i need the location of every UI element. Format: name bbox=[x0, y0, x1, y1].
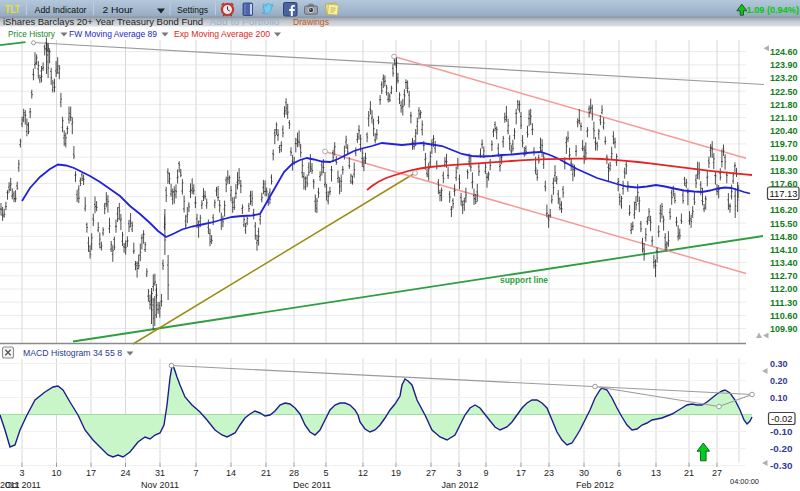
svg-text:19: 19 bbox=[391, 468, 401, 478]
svg-text:0.30: 0.30 bbox=[770, 358, 788, 369]
svg-text:17: 17 bbox=[86, 468, 96, 478]
svg-text:119.70: 119.70 bbox=[770, 138, 798, 149]
svg-text:113.40: 113.40 bbox=[770, 257, 798, 268]
svg-text:111.30: 111.30 bbox=[770, 297, 798, 308]
svg-text:28: 28 bbox=[289, 468, 299, 478]
svg-text:Add to Portfolio: Add to Portfolio bbox=[210, 17, 280, 27]
svg-text:23: 23 bbox=[544, 468, 554, 478]
svg-text:Settings: Settings bbox=[177, 4, 208, 15]
svg-text:0.20: 0.20 bbox=[770, 375, 788, 386]
svg-text:1.09 (0.94%): 1.09 (0.94%) bbox=[747, 4, 800, 15]
svg-text:17: 17 bbox=[516, 468, 526, 478]
svg-text:04:00:00: 04:00:00 bbox=[730, 477, 759, 486]
svg-text:117.13: 117.13 bbox=[770, 188, 798, 199]
svg-text:27: 27 bbox=[426, 468, 436, 478]
svg-text:6: 6 bbox=[616, 468, 621, 478]
svg-text:-0.10: -0.10 bbox=[770, 426, 793, 437]
svg-text:3: 3 bbox=[456, 468, 461, 478]
svg-text:-0.30: -0.30 bbox=[770, 460, 793, 471]
svg-text:13: 13 bbox=[651, 468, 661, 478]
svg-text:3: 3 bbox=[19, 468, 24, 478]
svg-text:116.20: 116.20 bbox=[770, 204, 798, 215]
svg-text:115.50: 115.50 bbox=[770, 218, 798, 229]
svg-text:5: 5 bbox=[323, 468, 328, 478]
svg-text:14: 14 bbox=[226, 468, 236, 478]
svg-text:9: 9 bbox=[483, 468, 488, 478]
svg-text:21: 21 bbox=[684, 468, 694, 478]
svg-text:Jan 2012: Jan 2012 bbox=[441, 480, 478, 490]
svg-text:121.10: 121.10 bbox=[770, 112, 798, 123]
svg-text:124.60: 124.60 bbox=[770, 46, 798, 57]
svg-text:0.10: 0.10 bbox=[770, 392, 788, 403]
svg-text:30: 30 bbox=[579, 468, 589, 478]
svg-text:FW Moving Average 89: FW Moving Average 89 bbox=[69, 28, 157, 39]
svg-text:Drawings: Drawings bbox=[293, 17, 329, 27]
svg-text:Feb 2012: Feb 2012 bbox=[576, 480, 614, 490]
svg-text:112.00: 112.00 bbox=[770, 283, 798, 294]
svg-text:MACD Histogram 34 55 8: MACD Histogram 34 55 8 bbox=[23, 347, 122, 358]
svg-text:119.00: 119.00 bbox=[770, 152, 798, 163]
svg-text:Oct 2011: Oct 2011 bbox=[5, 480, 41, 490]
svg-text:2 Hour: 2 Hour bbox=[103, 4, 134, 15]
svg-text:Add Indicator: Add Indicator bbox=[35, 4, 87, 15]
svg-text:-0.02: -0.02 bbox=[771, 413, 793, 424]
svg-text:10: 10 bbox=[51, 468, 61, 478]
svg-text:31: 31 bbox=[155, 468, 165, 478]
svg-text:iShares Barclays 20+ Year Trea: iShares Barclays 20+ Year Treasury Bond … bbox=[3, 17, 203, 27]
svg-text:114.80: 114.80 bbox=[770, 231, 798, 242]
svg-text:120.40: 120.40 bbox=[770, 125, 798, 136]
svg-text:112.70: 112.70 bbox=[770, 270, 798, 281]
svg-text:Exp Moving Average 200: Exp Moving Average 200 bbox=[174, 28, 270, 39]
svg-text:-0.20: -0.20 bbox=[770, 443, 793, 454]
svg-text:24: 24 bbox=[120, 468, 130, 478]
svg-text:109.90: 109.90 bbox=[770, 323, 798, 334]
svg-text:123.90: 123.90 bbox=[770, 59, 798, 70]
svg-text:114.10: 114.10 bbox=[770, 244, 798, 255]
svg-text:121.80: 121.80 bbox=[770, 99, 798, 110]
svg-text:118.30: 118.30 bbox=[770, 165, 798, 176]
svg-text:Dec 2011: Dec 2011 bbox=[293, 480, 331, 490]
svg-text:27: 27 bbox=[712, 468, 722, 478]
svg-text:110.60: 110.60 bbox=[770, 310, 798, 321]
svg-text:122.50: 122.50 bbox=[770, 86, 798, 97]
svg-text:Nov 2011: Nov 2011 bbox=[141, 480, 179, 490]
svg-text:123.20: 123.20 bbox=[770, 72, 798, 83]
svg-text:12: 12 bbox=[358, 468, 368, 478]
svg-text:21: 21 bbox=[261, 468, 271, 478]
svg-text:7: 7 bbox=[193, 468, 198, 478]
svg-text:Price History: Price History bbox=[8, 28, 55, 39]
svg-text:support line: support line bbox=[500, 275, 548, 285]
svg-text:TLT: TLT bbox=[5, 4, 20, 15]
